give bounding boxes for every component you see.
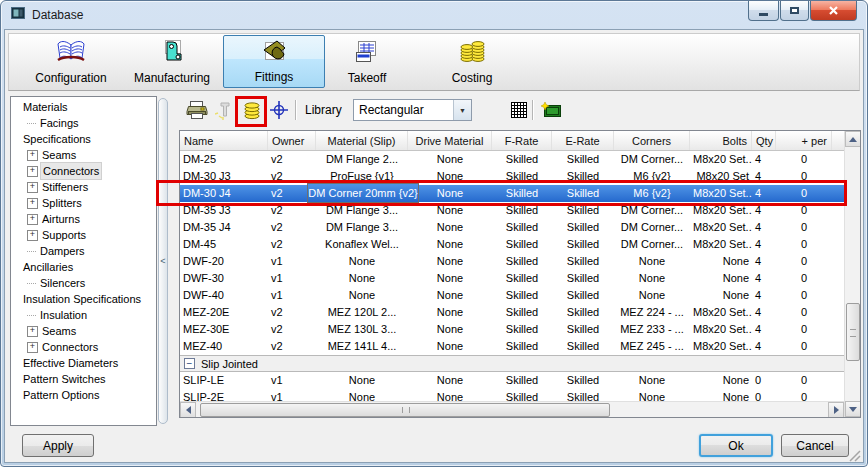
title-bar[interactable]: Database — [1, 1, 867, 29]
new-pattern-button[interactable] — [539, 98, 563, 122]
tab-manufacturing[interactable]: Manufacturing — [123, 35, 221, 88]
table-row[interactable]: DM-30 J4 v2 None Skilled Skilled M6 {v2}… — [180, 185, 844, 202]
column-header-e-rate[interactable]: E-Rate — [552, 131, 614, 150]
table-group-row[interactable]: − Slip Jointed — [180, 355, 844, 372]
tree-item[interactable]: + Seams — [11, 147, 156, 163]
tree-item[interactable]: Silencers — [11, 275, 156, 291]
tree-item[interactable]: Pattern Options — [11, 387, 156, 403]
table-row[interactable]: DWF-40 v1 None None Skilled Skilled None… — [180, 287, 844, 304]
table-row[interactable]: DWF-20 v1 None None Skilled Skilled None… — [180, 253, 844, 270]
table-row[interactable]: MEZ-20E v2 MEZ 120L 2... None Skilled Sk… — [180, 304, 844, 321]
table-row[interactable]: DWF-30 v1 None None Skilled Skilled None… — [180, 270, 844, 287]
tree-expander-icon[interactable]: + — [27, 326, 38, 337]
column-header-material-slip[interactable]: Material (Slip) — [316, 131, 408, 150]
tree-item[interactable]: + Airturns — [11, 211, 156, 227]
table-row[interactable]: DM-35 J3 v2 DM Flange 3... None Skilled … — [180, 202, 844, 219]
scroll-left-button[interactable] — [180, 402, 196, 418]
tree-item[interactable]: + Supports — [11, 227, 156, 243]
minimize-icon — [759, 13, 768, 16]
tree-item[interactable]: Specifications — [11, 131, 156, 147]
materials-coins-button[interactable] — [240, 98, 264, 122]
table-row[interactable]: DM-35 J4 v2 DM Flange 3... None Skilled … — [180, 219, 844, 236]
table-row[interactable]: SLIP-LE v1 None None Skilled Skilled Non… — [180, 372, 844, 389]
column-header-owner[interactable]: Owner — [268, 131, 316, 150]
cell-qty: 4 — [752, 270, 776, 287]
tab-label: Fittings — [255, 70, 294, 84]
tree-item[interactable]: Insulation Specifications — [11, 291, 156, 307]
cell-drive-material: None — [408, 304, 492, 321]
tree-item[interactable]: Materials — [11, 99, 156, 115]
library-combobox[interactable]: Rectangular ▼ — [353, 99, 472, 121]
scroll-right-button[interactable] — [828, 402, 844, 418]
tree-expander-icon[interactable]: + — [27, 214, 38, 225]
print-button[interactable] — [185, 98, 209, 122]
tree-expander-icon[interactable]: + — [27, 342, 38, 353]
table-row[interactable]: DM-45 v2 Konaflex Wel... None Skilled Sk… — [180, 236, 844, 253]
horizontal-scrollbar[interactable] — [180, 401, 844, 417]
horizontal-scrollbar-thumb[interactable] — [200, 403, 610, 417]
minimize-button[interactable] — [748, 1, 779, 21]
tab-fittings[interactable]: Fittings — [223, 35, 325, 88]
tree-expander-icon[interactable]: + — [27, 198, 38, 209]
vertical-scrollbar[interactable] — [844, 131, 860, 417]
cell-plus-per: 0 — [776, 151, 832, 168]
table-row[interactable]: MEZ-40 v2 MEZ 141L 4... None Skilled Ski… — [180, 338, 844, 355]
tree-expander-icon[interactable] — [27, 250, 36, 252]
tree-item[interactable]: + Connectors — [11, 163, 156, 179]
tree-expander-icon[interactable]: + — [27, 166, 38, 177]
apply-button[interactable]: Apply — [22, 434, 94, 457]
column-header-corners[interactable]: Corners — [614, 131, 690, 150]
table-row[interactable]: SLIP-2E v1 None None Skilled Skilled Non… — [180, 389, 844, 401]
scroll-up-button[interactable] — [845, 131, 861, 147]
tree-item[interactable]: + Splitters — [11, 195, 156, 211]
tree-item[interactable]: Facings — [11, 115, 156, 131]
tab-costing[interactable]: Costing — [433, 35, 511, 88]
ok-button[interactable]: Ok — [699, 434, 773, 457]
tree-expander-icon[interactable] — [27, 282, 36, 284]
tab-configuration[interactable]: Configuration — [23, 35, 119, 88]
tab-label: Manufacturing — [134, 71, 210, 85]
tree-item[interactable]: Effective Diameters — [11, 355, 156, 371]
maximize-button[interactable] — [780, 1, 809, 21]
column-header-plus-per[interactable]: + per — [776, 131, 832, 150]
tab-takeoff[interactable]: Takeoff — [331, 35, 403, 88]
tree-item[interactable]: Ancillaries — [11, 259, 156, 275]
column-header-name[interactable]: Name — [180, 131, 268, 150]
tree-expander-icon[interactable]: + — [27, 182, 38, 193]
tee-pin-icon — [215, 100, 235, 120]
column-header-bolts[interactable]: Bolts — [690, 131, 752, 150]
table-row[interactable]: MEZ-30E v2 MEZ 130L 3... None Skilled Sk… — [180, 321, 844, 338]
cell-material-slip: MEZ 120L 2... — [316, 304, 408, 321]
tree-item[interactable]: Pattern Switches — [11, 371, 156, 387]
cell-drive-material: None — [408, 338, 492, 355]
cell-bolts: None — [690, 270, 752, 287]
vertical-scrollbar-thumb[interactable] — [846, 303, 860, 361]
scroll-down-button[interactable] — [845, 401, 861, 417]
column-header-f-rate[interactable]: F-Rate — [492, 131, 552, 150]
cancel-button[interactable]: Cancel — [781, 434, 849, 457]
grid-view-button[interactable] — [507, 98, 531, 122]
table-row[interactable]: DM-30 J3 v2 ProFuse {v1} None Skilled Sk… — [180, 168, 844, 185]
test-fitting-button[interactable] — [213, 98, 237, 122]
tree-expander-icon[interactable]: + — [27, 150, 38, 161]
axes-grid-button[interactable] — [267, 98, 291, 122]
table-row[interactable]: DM-25 v2 DM Flange 2... None Skilled Ski… — [180, 151, 844, 168]
close-button[interactable] — [810, 1, 857, 21]
cell-drive-material: None — [408, 202, 492, 219]
cell-f-rate: Skilled — [492, 270, 552, 287]
tree-item[interactable]: + Connectors — [11, 339, 156, 355]
resize-grip[interactable] — [849, 448, 861, 460]
tree-splitter[interactable]: < — [158, 98, 168, 424]
collapse-group-icon[interactable]: − — [184, 358, 195, 369]
tree-expander-icon[interactable]: + — [27, 230, 38, 241]
tree-expander-icon[interactable] — [27, 314, 36, 316]
tree-expander-icon[interactable] — [27, 122, 36, 124]
tree-item[interactable]: + Stiffeners — [11, 179, 156, 195]
column-header-qty[interactable]: Qty — [752, 131, 776, 150]
cell-drive-material: None — [408, 151, 492, 168]
cell-drive-material: None — [408, 270, 492, 287]
tree-item[interactable]: + Seams — [11, 323, 156, 339]
tree-item[interactable]: Dampers — [11, 243, 156, 259]
tree-item[interactable]: Insulation — [11, 307, 156, 323]
column-header-drive-material[interactable]: Drive Material — [408, 131, 492, 150]
